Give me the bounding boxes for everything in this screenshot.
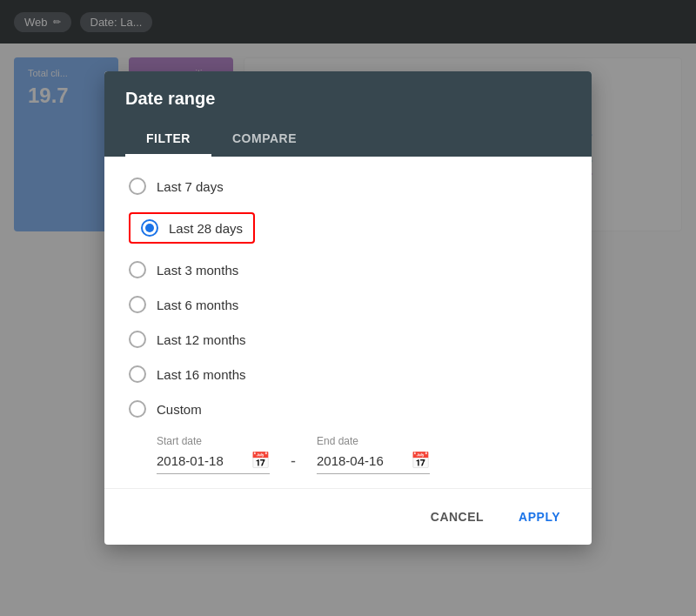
apply-button[interactable]: APPLY xyxy=(508,503,571,531)
start-date-field: Start date 📅 xyxy=(157,435,270,474)
cancel-button[interactable]: CANCEL xyxy=(420,503,494,531)
end-date-label: End date xyxy=(317,435,430,447)
radio-custom[interactable] xyxy=(129,400,146,418)
selected-box: Last 28 days xyxy=(129,212,255,244)
start-date-input-wrap: 📅 xyxy=(157,451,270,474)
end-date-input-wrap: 📅 xyxy=(317,451,430,474)
modal-title: Date range xyxy=(125,89,571,109)
modal-footer: CANCEL APPLY xyxy=(104,488,592,545)
radio-last3m[interactable] xyxy=(129,261,146,278)
end-date-field: End date 📅 xyxy=(317,435,430,474)
end-date-calendar-icon[interactable]: 📅 xyxy=(411,451,430,470)
modal-overlay: Date range FILTER COMPARE Last 7 days La… xyxy=(0,0,696,616)
option-custom[interactable]: Custom xyxy=(125,393,571,425)
modal-header: Date range FILTER COMPARE xyxy=(104,71,592,157)
date-range-modal: Date range FILTER COMPARE Last 7 days La… xyxy=(104,71,592,545)
tab-filter[interactable]: FILTER xyxy=(125,123,211,157)
radio-last7[interactable] xyxy=(129,177,146,195)
start-date-label: Start date xyxy=(157,435,270,447)
radio-last12m[interactable] xyxy=(129,331,146,348)
date-separator: - xyxy=(291,452,296,474)
end-date-input[interactable] xyxy=(317,453,404,468)
option-last3m[interactable]: Last 3 months xyxy=(125,254,571,285)
modal-tabs: FILTER COMPARE xyxy=(125,123,571,157)
custom-date-fields: Start date 📅 - End date 📅 xyxy=(157,435,571,474)
date-range-options: Last 7 days Last 28 days Last 3 months xyxy=(125,171,571,425)
option-last6m[interactable]: Last 6 months xyxy=(125,289,571,320)
option-last7[interactable]: Last 7 days xyxy=(125,171,571,202)
start-date-input[interactable] xyxy=(157,453,244,468)
radio-last16m[interactable] xyxy=(129,365,146,383)
option-last28[interactable]: Last 28 days xyxy=(125,205,571,251)
tab-compare[interactable]: COMPARE xyxy=(211,123,318,157)
start-date-calendar-icon[interactable]: 📅 xyxy=(251,451,270,470)
modal-body: Last 7 days Last 28 days Last 3 months xyxy=(104,157,592,488)
radio-last28[interactable] xyxy=(141,219,158,237)
radio-last6m[interactable] xyxy=(129,296,146,313)
option-last16m[interactable]: Last 16 months xyxy=(125,358,571,390)
option-last12m[interactable]: Last 12 months xyxy=(125,324,571,355)
